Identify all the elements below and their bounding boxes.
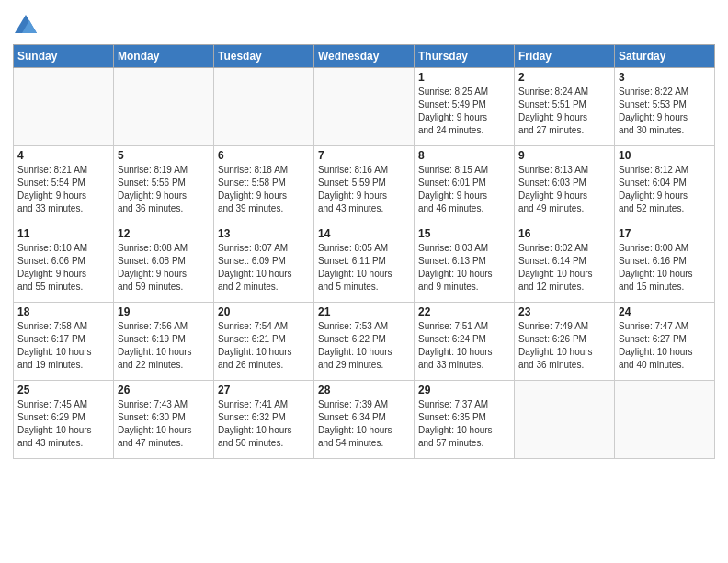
calendar-cell: 19Sunrise: 7:56 AM Sunset: 6:19 PM Dayli… (114, 303, 214, 381)
cell-info: Sunrise: 7:53 AM Sunset: 6:22 PM Dayligh… (318, 320, 410, 372)
cell-info: Sunrise: 8:07 AM Sunset: 6:09 PM Dayligh… (218, 242, 310, 293)
calendar-cell: 10Sunrise: 8:12 AM Sunset: 6:04 PM Dayli… (615, 146, 715, 224)
calendar-cell: 2Sunrise: 8:24 AM Sunset: 5:51 PM Daylig… (515, 68, 615, 146)
day-number: 18 (17, 305, 109, 318)
calendar-cell: 6Sunrise: 8:18 AM Sunset: 5:58 PM Daylig… (214, 146, 314, 224)
day-number: 15 (418, 227, 510, 240)
calendar-cell: 8Sunrise: 8:15 AM Sunset: 6:01 PM Daylig… (415, 146, 515, 224)
page: SundayMondayTuesdayWednesdayThursdayFrid… (0, 0, 728, 563)
day-header-saturday: Saturday (615, 45, 715, 68)
cell-info: Sunrise: 8:12 AM Sunset: 6:04 PM Dayligh… (619, 164, 711, 215)
cell-info: Sunrise: 8:22 AM Sunset: 5:53 PM Dayligh… (619, 86, 711, 137)
cell-info: Sunrise: 7:43 AM Sunset: 6:30 PM Dayligh… (118, 398, 210, 450)
calendar-cell: 22Sunrise: 7:51 AM Sunset: 6:24 PM Dayli… (415, 303, 515, 381)
day-number: 19 (118, 305, 210, 318)
day-number: 5 (118, 149, 210, 162)
calendar-cell: 9Sunrise: 8:13 AM Sunset: 6:03 PM Daylig… (515, 146, 615, 224)
cell-info: Sunrise: 8:25 AM Sunset: 5:49 PM Dayligh… (418, 86, 510, 137)
cell-info: Sunrise: 8:02 AM Sunset: 6:14 PM Dayligh… (518, 242, 610, 293)
day-number: 11 (17, 227, 109, 240)
calendar-cell: 25Sunrise: 7:45 AM Sunset: 6:29 PM Dayli… (14, 381, 114, 459)
cell-info: Sunrise: 7:58 AM Sunset: 6:17 PM Dayligh… (17, 320, 109, 372)
calendar-cell: 11Sunrise: 8:10 AM Sunset: 6:06 PM Dayli… (14, 224, 114, 303)
day-number: 4 (17, 149, 109, 162)
cell-info: Sunrise: 8:19 AM Sunset: 5:56 PM Dayligh… (118, 164, 210, 215)
day-number: 3 (619, 71, 711, 84)
calendar-cell: 20Sunrise: 7:54 AM Sunset: 6:21 PM Dayli… (214, 303, 314, 381)
day-number: 10 (619, 149, 711, 162)
calendar-cell (214, 68, 314, 146)
calendar-header-row: SundayMondayTuesdayWednesdayThursdayFrid… (14, 45, 715, 68)
day-number: 28 (318, 384, 410, 396)
calendar-week-row: 25Sunrise: 7:45 AM Sunset: 6:29 PM Dayli… (14, 381, 715, 459)
calendar-cell: 13Sunrise: 8:07 AM Sunset: 6:09 PM Dayli… (214, 224, 314, 303)
day-header-wednesday: Wednesday (314, 45, 415, 68)
cell-info: Sunrise: 7:51 AM Sunset: 6:24 PM Dayligh… (418, 320, 510, 372)
calendar-cell: 23Sunrise: 7:49 AM Sunset: 6:26 PM Dayli… (515, 303, 615, 381)
calendar-cell: 27Sunrise: 7:41 AM Sunset: 6:32 PM Dayli… (214, 381, 314, 459)
calendar-cell: 26Sunrise: 7:43 AM Sunset: 6:30 PM Dayli… (114, 381, 214, 459)
calendar-cell: 24Sunrise: 7:47 AM Sunset: 6:27 PM Dayli… (615, 303, 715, 381)
calendar-cell: 7Sunrise: 8:16 AM Sunset: 5:59 PM Daylig… (314, 146, 415, 224)
calendar-cell: 14Sunrise: 8:05 AM Sunset: 6:11 PM Dayli… (314, 224, 415, 303)
day-number: 23 (518, 305, 610, 318)
calendar-cell (14, 68, 114, 146)
day-header-sunday: Sunday (14, 45, 114, 68)
logo-icon (13, 13, 39, 39)
day-number: 6 (218, 149, 310, 162)
calendar-cell: 4Sunrise: 8:21 AM Sunset: 5:54 PM Daylig… (14, 146, 114, 224)
cell-info: Sunrise: 7:41 AM Sunset: 6:32 PM Dayligh… (218, 398, 310, 450)
day-number: 1 (418, 71, 510, 84)
calendar-week-row: 1Sunrise: 8:25 AM Sunset: 5:49 PM Daylig… (14, 68, 715, 146)
day-number: 13 (218, 227, 310, 240)
cell-info: Sunrise: 8:18 AM Sunset: 5:58 PM Dayligh… (218, 164, 310, 215)
day-number: 14 (318, 227, 410, 240)
cell-info: Sunrise: 7:49 AM Sunset: 6:26 PM Dayligh… (518, 320, 610, 372)
header (13, 9, 715, 39)
calendar-cell: 18Sunrise: 7:58 AM Sunset: 6:17 PM Dayli… (14, 303, 114, 381)
cell-info: Sunrise: 8:05 AM Sunset: 6:11 PM Dayligh… (318, 242, 410, 293)
day-number: 24 (619, 305, 711, 318)
day-number: 22 (418, 305, 510, 318)
calendar-week-row: 11Sunrise: 8:10 AM Sunset: 6:06 PM Dayli… (14, 224, 715, 303)
calendar-table: SundayMondayTuesdayWednesdayThursdayFrid… (13, 44, 715, 459)
cell-info: Sunrise: 8:08 AM Sunset: 6:08 PM Dayligh… (118, 242, 210, 293)
cell-info: Sunrise: 8:13 AM Sunset: 6:03 PM Dayligh… (518, 164, 610, 215)
cell-info: Sunrise: 7:56 AM Sunset: 6:19 PM Dayligh… (118, 320, 210, 372)
calendar-week-row: 18Sunrise: 7:58 AM Sunset: 6:17 PM Dayli… (14, 303, 715, 381)
day-number: 8 (418, 149, 510, 162)
calendar-cell: 16Sunrise: 8:02 AM Sunset: 6:14 PM Dayli… (515, 224, 615, 303)
cell-info: Sunrise: 8:03 AM Sunset: 6:13 PM Dayligh… (418, 242, 510, 293)
cell-info: Sunrise: 7:37 AM Sunset: 6:35 PM Dayligh… (418, 398, 510, 450)
day-header-friday: Friday (515, 45, 615, 68)
cell-info: Sunrise: 7:45 AM Sunset: 6:29 PM Dayligh… (17, 398, 109, 450)
cell-info: Sunrise: 8:10 AM Sunset: 6:06 PM Dayligh… (17, 242, 109, 293)
day-number: 20 (218, 305, 310, 318)
calendar-cell: 21Sunrise: 7:53 AM Sunset: 6:22 PM Dayli… (314, 303, 415, 381)
calendar-cell: 28Sunrise: 7:39 AM Sunset: 6:34 PM Dayli… (314, 381, 415, 459)
calendar-cell (615, 381, 715, 459)
calendar-cell: 5Sunrise: 8:19 AM Sunset: 5:56 PM Daylig… (114, 146, 214, 224)
calendar-cell: 15Sunrise: 8:03 AM Sunset: 6:13 PM Dayli… (415, 224, 515, 303)
cell-info: Sunrise: 8:15 AM Sunset: 6:01 PM Dayligh… (418, 164, 510, 215)
day-number: 7 (318, 149, 410, 162)
calendar-cell: 12Sunrise: 8:08 AM Sunset: 6:08 PM Dayli… (114, 224, 214, 303)
calendar-cell: 17Sunrise: 8:00 AM Sunset: 6:16 PM Dayli… (615, 224, 715, 303)
cell-info: Sunrise: 7:47 AM Sunset: 6:27 PM Dayligh… (619, 320, 711, 372)
day-number: 16 (518, 227, 610, 240)
calendar-cell: 29Sunrise: 7:37 AM Sunset: 6:35 PM Dayli… (415, 381, 515, 459)
day-header-tuesday: Tuesday (214, 45, 314, 68)
cell-info: Sunrise: 8:16 AM Sunset: 5:59 PM Dayligh… (318, 164, 410, 215)
day-number: 25 (17, 384, 109, 396)
day-number: 17 (619, 227, 711, 240)
day-number: 12 (118, 227, 210, 240)
cell-info: Sunrise: 7:39 AM Sunset: 6:34 PM Dayligh… (318, 398, 410, 450)
day-number: 26 (118, 384, 210, 396)
day-number: 2 (518, 71, 610, 84)
cell-info: Sunrise: 8:00 AM Sunset: 6:16 PM Dayligh… (619, 242, 711, 293)
cell-info: Sunrise: 7:54 AM Sunset: 6:21 PM Dayligh… (218, 320, 310, 372)
day-header-monday: Monday (114, 45, 214, 68)
calendar-cell (114, 68, 214, 146)
calendar-cell (515, 381, 615, 459)
day-number: 29 (418, 384, 510, 396)
